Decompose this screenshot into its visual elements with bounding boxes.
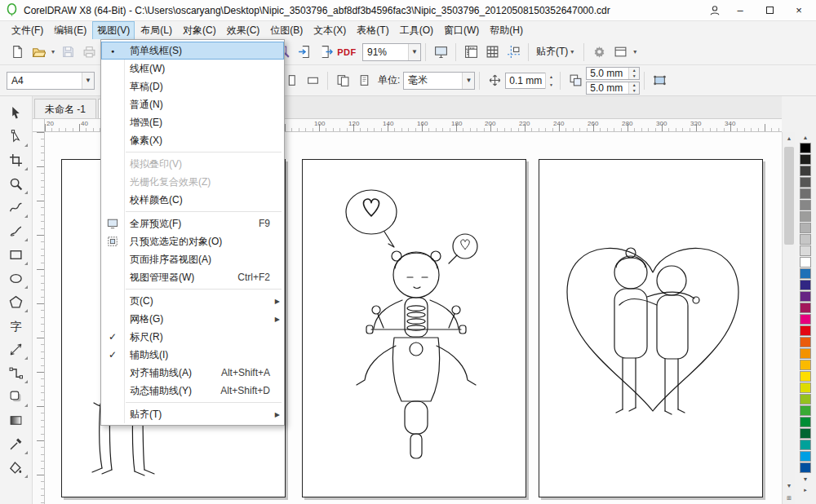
menubar-item-bitmaps[interactable]: 位图(B) [265, 21, 308, 40]
chevron-down-icon[interactable]: ▼ [82, 73, 94, 89]
menubar-item-text[interactable]: 文本(X) [308, 21, 351, 40]
menubar-item-tools[interactable]: 工具(O) [395, 21, 438, 40]
minimize-button[interactable]: – [726, 2, 754, 20]
account-icon[interactable] [705, 2, 725, 19]
view-menu-item-view-manager[interactable]: 视图管理器(W)Ctrl+F2 [101, 268, 284, 286]
color-swatch[interactable] [800, 245, 811, 256]
color-swatch[interactable] [800, 337, 811, 347]
view-menu-item-draft[interactable]: 草稿(D) [101, 77, 284, 95]
view-menu-item-full-screen-preview[interactable]: 全屏预览(F)F9 [101, 214, 284, 232]
export-button[interactable] [315, 42, 336, 63]
color-swatch[interactable] [800, 200, 811, 210]
drop-shadow-tool[interactable] [3, 385, 29, 409]
view-menu-item-dynamic-guides[interactable]: 动态辅助线(Y)Alt+Shift+D [101, 382, 284, 400]
view-menu-item-enhanced[interactable]: 增强(E) [101, 113, 284, 131]
connector-tool[interactable] [3, 361, 29, 385]
color-swatch[interactable] [800, 257, 811, 267]
menubar-item-help[interactable]: 帮助(H) [485, 21, 528, 40]
view-menu-item-snap-to[interactable]: 贴齐(T)▶ [101, 405, 284, 423]
view-menu-item-guidelines[interactable]: ✓辅助线(I) [101, 346, 284, 364]
options-button[interactable] [588, 42, 610, 63]
open-button[interactable] [28, 42, 49, 63]
nudge-spinner[interactable]: ▲▼ [545, 73, 556, 89]
color-swatch[interactable] [800, 325, 811, 336]
color-swatch[interactable] [800, 348, 811, 359]
show-grid-button[interactable] [481, 42, 503, 63]
view-menu-item-rulers[interactable]: ✓标尺(R) [101, 328, 284, 346]
view-menu-item-wireframe[interactable]: 线框(W) [101, 60, 284, 77]
application-launcher-button[interactable] [610, 42, 631, 63]
color-swatch[interactable] [800, 428, 811, 439]
treat-as-filled-button[interactable] [649, 70, 670, 91]
menubar-item-file[interactable]: 文件(F) [7, 21, 48, 40]
color-swatch[interactable] [800, 417, 811, 427]
view-menu-item-simple-wireframe[interactable]: ●简单线框(S) [101, 42, 284, 60]
current-page-button[interactable] [353, 70, 375, 91]
vertical-scrollbar[interactable]: ▲ ▼ ⊞ [782, 132, 795, 504]
palette-scroll-down-button[interactable]: ▼ [799, 474, 812, 484]
view-menu-item-page[interactable]: 页(C)▶ [101, 292, 284, 310]
color-swatch[interactable] [800, 440, 811, 450]
color-swatch[interactable] [800, 371, 811, 382]
units-combo[interactable]: 毫米 ▼ [403, 72, 475, 90]
color-swatch[interactable] [800, 462, 811, 473]
scrollbar-thumb[interactable] [784, 147, 794, 245]
color-swatch[interactable] [800, 314, 811, 325]
vertical-ruler[interactable] [33, 132, 45, 504]
new-document-button[interactable] [7, 42, 28, 63]
color-swatch[interactable] [800, 303, 811, 313]
rectangle-tool[interactable] [3, 243, 29, 267]
document-tab-untitled-1[interactable]: 未命名 -1 [34, 99, 96, 118]
duplicate-y-spinner[interactable]: ▲▼ [628, 82, 639, 94]
duplicate-x-spinner[interactable]: ▲▼ [628, 68, 639, 79]
nudge-offset-field[interactable]: 0.1 mm ▲▼ [505, 73, 556, 89]
dimension-tool[interactable] [3, 338, 29, 361]
color-swatch[interactable] [800, 382, 811, 393]
color-swatch[interactable] [800, 211, 811, 222]
color-swatch[interactable] [800, 394, 811, 405]
show-guidelines-button[interactable] [503, 42, 524, 63]
color-swatch[interactable] [800, 451, 811, 462]
view-menu-item-grid[interactable]: 网格(G)▶ [101, 310, 284, 328]
page-3[interactable] [539, 159, 763, 497]
view-menu-item-alignment-guides[interactable]: 对齐辅助线(A)Alt+Shift+A [101, 364, 284, 382]
view-menu-item-pixels[interactable]: 像素(X) [101, 131, 284, 149]
menubar-item-layout[interactable]: 布局(L) [135, 21, 177, 40]
menubar-item-effects[interactable]: 效果(C) [222, 21, 265, 40]
color-swatch[interactable] [800, 360, 811, 370]
polygon-tool[interactable] [3, 290, 29, 314]
view-menu-item-page-sorter-view[interactable]: 页面排序器视图(A) [101, 250, 284, 268]
color-swatch[interactable] [800, 234, 811, 245]
palette-flyout-button[interactable]: ▸ [799, 484, 812, 495]
menubar-item-object[interactable]: 对象(C) [178, 21, 221, 40]
color-swatch[interactable] [800, 291, 811, 302]
color-swatch[interactable] [800, 166, 811, 176]
color-swatch[interactable] [800, 188, 811, 199]
crop-tool[interactable] [3, 148, 29, 172]
zoom-tool[interactable] [3, 172, 29, 196]
zoom-level-combo[interactable]: 91% ▼ [362, 43, 421, 61]
page-size-combo[interactable]: A4 ▼ [7, 72, 95, 90]
view-menu-item-proof-colors[interactable]: 校样颜色(C) [101, 191, 284, 209]
freehand-tool[interactable] [3, 196, 29, 219]
show-rulers-button[interactable] [460, 42, 481, 63]
import-button[interactable] [294, 42, 315, 63]
menubar-item-view[interactable]: 视图(V) [92, 21, 135, 40]
pan-corner-button[interactable]: ⊞ [783, 492, 796, 504]
chevron-down-icon[interactable]: ▼ [462, 73, 474, 89]
color-swatch[interactable] [800, 405, 811, 416]
titlebar[interactable]: CorelDRAW X8 (64-Bit) - C:\Users\oscarya… [0, 0, 816, 21]
fullscreen-preview-button[interactable] [430, 42, 451, 63]
view-menu-item-normal[interactable]: 普通(N) [101, 95, 284, 113]
shape-tool[interactable] [3, 125, 29, 148]
scroll-up-button[interactable]: ▲ [783, 132, 796, 144]
text-tool[interactable]: 字 [3, 314, 29, 338]
color-swatch[interactable] [800, 223, 811, 233]
menubar-item-edit[interactable]: 编辑(E) [49, 21, 91, 40]
palette-scroll-up-button[interactable]: ▲ [799, 132, 812, 143]
page-2[interactable] [302, 159, 526, 497]
snap-to-button[interactable]: 贴齐(T) ▾ [533, 42, 579, 62]
interactive-fill-tool[interactable] [3, 456, 29, 480]
pick-tool[interactable] [3, 101, 29, 125]
color-swatch[interactable] [800, 268, 811, 279]
